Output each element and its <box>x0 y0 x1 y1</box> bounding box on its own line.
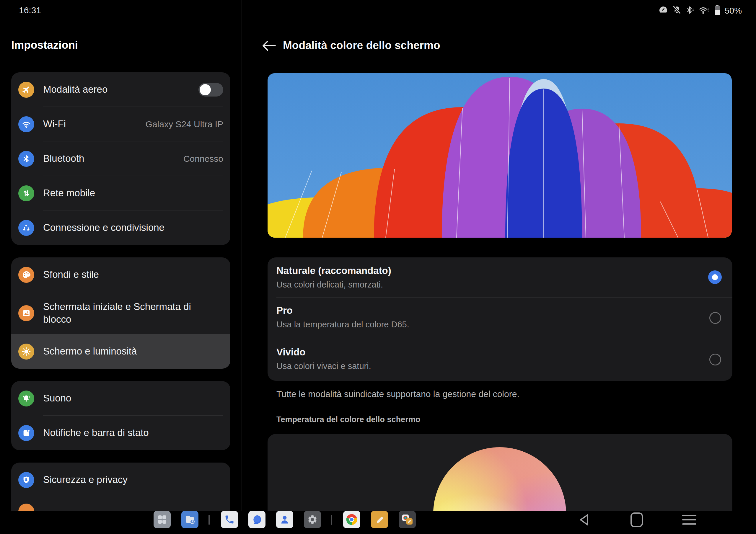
recents-nav-icon[interactable] <box>680 512 698 527</box>
sidebar-item-mobile-network[interactable]: Rete mobile <box>11 176 230 210</box>
shield-lock-icon <box>18 472 34 488</box>
sidebar-item-wallpapers-style[interactable]: Sfondi e stile <box>11 257 230 292</box>
sidebar-item-label: Schermo e luminosità <box>43 345 137 358</box>
divider <box>242 0 242 511</box>
bluetooth-icon <box>686 6 694 16</box>
sidebar-item-label: Connessione e condivisione <box>43 221 165 234</box>
sidebar-group-network: Modalità aereo Wi-Fi Galaxy S24 Ultra IP… <box>11 72 230 245</box>
settings-icon[interactable] <box>304 511 321 528</box>
bluetooth-icon <box>18 151 34 167</box>
color-management-note: Tutte le modalità suindicate supportano … <box>276 389 520 399</box>
notifications-off-icon <box>672 6 682 16</box>
contacts-icon[interactable] <box>276 511 293 528</box>
back-button[interactable] <box>260 39 278 53</box>
wifi-network-value: Galaxy S24 Ultra IP <box>146 119 223 129</box>
sidebar-item-label: Bluetooth <box>43 152 84 165</box>
page-title: Modalità colore dello schermo <box>283 39 440 52</box>
phone-icon[interactable] <box>221 511 238 528</box>
back-nav-icon[interactable] <box>575 512 593 527</box>
sidebar-item-label: Sfondi e stile <box>43 268 99 281</box>
sidebar-item-label: Schermata iniziale e Schermata di blocco <box>43 301 208 325</box>
dock-divider <box>331 515 332 525</box>
bluetooth-status-value: Connesso <box>183 154 223 164</box>
radio-selected[interactable] <box>708 270 722 284</box>
screen-color-mode-hero-image <box>268 73 732 238</box>
files-icon[interactable] <box>181 511 199 528</box>
color-mode-options: Naturale (raccomandato) Usa colori delic… <box>268 257 732 381</box>
sidebar-item-label: Wi-Fi <box>43 118 66 130</box>
wifi-icon <box>699 6 710 16</box>
sidebar-item-notifications-statusbar[interactable]: Notifiche e barra di stato <box>11 415 230 450</box>
app-pair-icon[interactable] <box>399 511 416 528</box>
airplane-icon <box>18 82 34 98</box>
option-naturale[interactable]: Naturale (raccomandato) Usa colori delic… <box>268 257 732 297</box>
data-saver-icon <box>659 6 668 15</box>
option-vivido[interactable]: Vivido Usa colori vivaci e saturi. <box>268 339 732 381</box>
option-title: Vivido <box>276 347 697 358</box>
sidebar-item-airplane-mode[interactable]: Modalità aereo <box>11 72 230 107</box>
sidebar-item-connection-sharing[interactable]: Connessione e condivisione <box>11 210 230 245</box>
notification-icon <box>18 425 34 441</box>
sidebar-item-display-brightness[interactable]: Schermo e luminosità <box>11 334 230 369</box>
option-pro[interactable]: Pro Usa la temperatura del colore D65. <box>268 297 732 339</box>
status-icons: 50% <box>659 5 742 16</box>
sidebar-group-sound: Suono Notifiche e barra di stato <box>11 381 230 450</box>
battery-icon <box>714 5 720 16</box>
sun-icon <box>18 344 34 360</box>
battery-percent: 50% <box>725 6 742 16</box>
taskbar <box>0 511 756 534</box>
sidebar-item-security-privacy[interactable]: Sicurezza e privacy <box>11 463 230 497</box>
bell-icon <box>18 390 34 407</box>
radio-unselected[interactable] <box>709 354 721 365</box>
sidebar-item-label: Sicurezza e privacy <box>43 473 127 486</box>
sidebar-item-label: Suono <box>43 392 71 404</box>
sidebar-item-bluetooth[interactable]: Bluetooth Connesso <box>11 141 230 176</box>
sidebar-group-display: Sfondi e stile Schermata iniziale e Sche… <box>11 257 230 369</box>
dock-divider <box>208 515 210 525</box>
wifi-icon <box>18 116 34 132</box>
image-icon <box>18 305 34 321</box>
sidebar-item-label: Rete mobile <box>43 187 95 199</box>
section-heading: Temperatura del colore dello schermo <box>276 415 420 424</box>
airplane-mode-toggle[interactable] <box>199 83 223 96</box>
radio-unselected[interactable] <box>709 312 721 324</box>
connection-share-icon <box>18 220 34 236</box>
sidebar-item-sound[interactable]: Suono <box>11 381 230 415</box>
mobile-data-icon <box>18 185 34 201</box>
app-drawer-icon[interactable] <box>153 511 171 528</box>
sidebar-item-wifi[interactable]: Wi-Fi Galaxy S24 Ultra IP <box>11 107 230 141</box>
settings-screen: 16:31 50% Impostazioni Modalità ae <box>0 0 756 534</box>
home-nav-icon[interactable] <box>628 512 646 527</box>
messages-icon[interactable] <box>248 511 265 528</box>
chrome-icon[interactable] <box>343 511 360 528</box>
option-subtitle: Usa colori delicati, smorzati. <box>276 280 697 290</box>
palette-icon <box>18 267 34 283</box>
sidebar-item-label: Notifiche e barra di stato <box>43 427 149 439</box>
divider <box>0 62 242 62</box>
option-subtitle: Usa colori vivaci e saturi. <box>276 361 697 371</box>
sidebar-item-label: Modalità aereo <box>43 83 107 96</box>
option-subtitle: Usa la temperatura del colore D65. <box>276 320 697 330</box>
sidebar: Impostazioni Modalità aereo Wi-Fi Galaxy… <box>0 0 242 534</box>
sidebar-item-home-lock-screen[interactable]: Schermata iniziale e Schermata di blocco <box>11 292 230 334</box>
option-title: Pro <box>276 305 697 316</box>
option-title: Naturale (raccomandato) <box>276 265 697 276</box>
sidebar-title: Impostazioni <box>11 39 78 51</box>
notes-icon[interactable] <box>371 511 388 528</box>
